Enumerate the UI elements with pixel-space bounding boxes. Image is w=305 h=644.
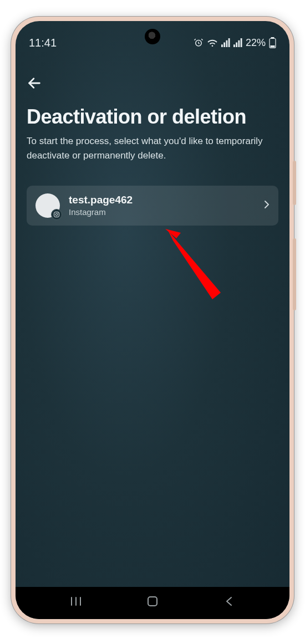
back-button[interactable] (27, 72, 49, 94)
android-nav-bar (16, 587, 289, 619)
svg-rect-21 (148, 597, 157, 606)
home-button[interactable] (145, 594, 160, 609)
svg-rect-6 (236, 43, 237, 47)
svg-rect-8 (241, 38, 242, 47)
screen: 11:41 22% Deactivation or deletion To s (16, 21, 289, 619)
signal-icon-2 (233, 38, 242, 47)
signal-icon (221, 38, 230, 47)
page-title: Deactivation or deletion (27, 105, 278, 129)
arrow-left-icon (27, 75, 42, 91)
status-time: 11:41 (29, 37, 57, 49)
alarm-icon (194, 38, 204, 48)
wifi-icon (207, 38, 218, 47)
svg-rect-2 (223, 43, 225, 47)
instagram-badge (51, 209, 62, 220)
svg-rect-13 (54, 212, 59, 217)
instagram-icon (53, 211, 60, 218)
chevron-right-icon (264, 200, 270, 211)
svg-rect-4 (228, 38, 230, 47)
phone-frame: 11:41 22% Deactivation or deletion To s (11, 17, 294, 623)
svg-rect-9 (271, 37, 274, 38)
home-icon (146, 595, 159, 607)
battery-icon (269, 37, 276, 48)
svg-point-15 (58, 212, 58, 213)
account-name: test.page462 (69, 194, 255, 206)
svg-rect-1 (221, 44, 223, 47)
svg-point-14 (55, 213, 58, 216)
power-button (293, 161, 296, 205)
avatar (35, 193, 60, 218)
account-text: test.page462 Instagram (69, 194, 255, 217)
svg-rect-11 (271, 45, 275, 48)
front-camera (145, 29, 160, 44)
recents-icon (70, 596, 82, 606)
status-right: 22% (194, 37, 276, 49)
svg-rect-5 (233, 44, 235, 47)
account-row[interactable]: test.page462 Instagram (27, 186, 278, 226)
svg-rect-3 (226, 40, 227, 47)
chevron-left-icon (225, 596, 233, 607)
device-back-button[interactable] (221, 594, 237, 609)
content: Deactivation or deletion To start the pr… (16, 60, 289, 584)
recents-button[interactable] (68, 594, 84, 609)
page-subtitle: To start the process, select what you'd … (27, 134, 278, 163)
volume-button (293, 238, 296, 310)
svg-rect-7 (238, 40, 240, 47)
battery-percent: 22% (246, 37, 266, 49)
account-service: Instagram (69, 207, 255, 217)
